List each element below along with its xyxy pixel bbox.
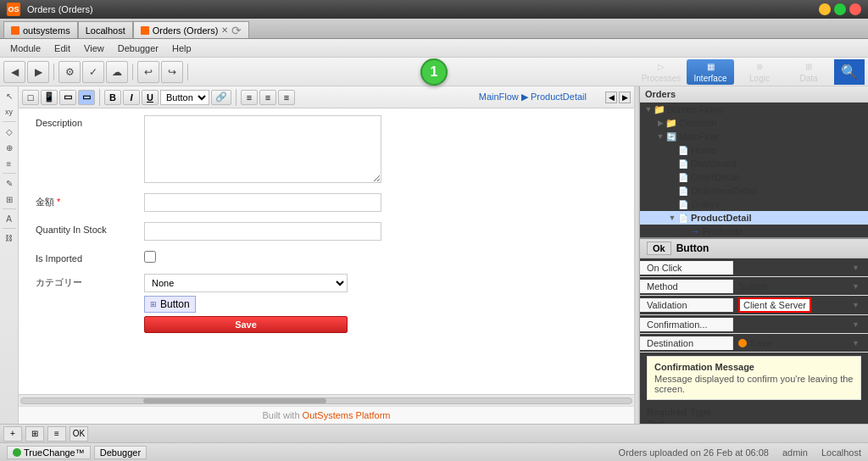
- view-toggle[interactable]: □: [22, 90, 39, 105]
- button-widget[interactable]: ⊞ Button: [144, 296, 196, 313]
- label-category: カテゴリー: [36, 274, 137, 289]
- menu-module[interactable]: Module: [3, 42, 47, 55]
- breadcrumb-arrow: ▶: [521, 92, 531, 102]
- save-button[interactable]: Save: [144, 316, 348, 333]
- input-amount[interactable]: [144, 193, 381, 212]
- sep3: [187, 64, 188, 81]
- grid-view-btn[interactable]: ⊞: [25, 426, 44, 442]
- destination-dropdown[interactable]: ▼: [852, 339, 863, 347]
- checkbox-imported[interactable]: [144, 251, 156, 263]
- prop-label-destination: Destination: [640, 336, 733, 350]
- tab-orders[interactable]: Orders (Orders) ✕ ⟳: [133, 21, 250, 38]
- input-quantity[interactable]: [144, 222, 381, 241]
- tree-item-orderdetail[interactable]: 📄OrderDetail: [640, 170, 868, 184]
- tree-item-productid[interactable]: →ProductId: [640, 225, 868, 237]
- tree-label-dashboard: Dashboard: [691, 158, 737, 169]
- ok-badge[interactable]: Ok: [647, 242, 671, 255]
- left-link-btn[interactable]: ⛓: [2, 230, 17, 246]
- publish-button[interactable]: ☁: [106, 61, 128, 83]
- prop-row-method: Method Submit ▼: [640, 277, 868, 296]
- form-row-description: Description: [36, 115, 617, 183]
- underline-btn[interactable]: U: [142, 90, 159, 105]
- left-widget3[interactable]: ≡: [2, 156, 17, 171]
- align-center[interactable]: ≡: [259, 90, 276, 105]
- menu-edit[interactable]: Edit: [47, 42, 77, 55]
- undo-button[interactable]: ↩: [137, 61, 159, 83]
- add-item-btn[interactable]: +: [3, 426, 22, 442]
- nav-right[interactable]: ▶: [619, 92, 631, 103]
- status-left: TrueChange™ Debugger: [7, 446, 147, 459]
- tab-logic[interactable]: ⊛ Logic: [736, 59, 783, 85]
- toolbar-right-tabs: ▷ Processes ▦ Interface ⊛ Logic ⊞ Data 🔍: [637, 59, 865, 85]
- prop-label-confirmation: Confirmation...: [640, 318, 733, 331]
- confirmation-dropdown[interactable]: ▼: [852, 320, 863, 329]
- horizontal-scrollbar[interactable]: [19, 394, 634, 406]
- nav-left[interactable]: ◀: [605, 92, 617, 103]
- link-format-btn[interactable]: 🔗: [211, 90, 231, 105]
- tree-item-screen-flows[interactable]: ▼📁Screen Flows: [640, 103, 868, 116]
- app-window: OS Orders (Orders) outsystems Localhost …: [0, 0, 868, 461]
- tablet-view[interactable]: ▭: [59, 90, 76, 105]
- left-widget2[interactable]: ⊕: [2, 140, 17, 155]
- platform-link[interactable]: OutSystems Platform: [303, 410, 391, 420]
- list-view-btn[interactable]: ≡: [47, 426, 66, 442]
- minimize-button[interactable]: [819, 3, 831, 15]
- tab-icon-outsystems: [11, 26, 19, 35]
- tree-item-mainflow[interactable]: ▼🔄MainFlow: [640, 130, 868, 143]
- style-select[interactable]: Button Input Label: [160, 90, 209, 105]
- align-right[interactable]: ≡: [278, 90, 295, 105]
- breadcrumb: MainFlow ▶ ProductDetail: [479, 92, 587, 103]
- check-button[interactable]: ✓: [82, 61, 104, 83]
- tooltip-title: Confirmation Message: [654, 362, 854, 372]
- input-description[interactable]: [144, 115, 381, 183]
- breadcrumb-flow[interactable]: MainFlow: [479, 92, 519, 102]
- required-type-section: Required Type Text: [640, 403, 868, 424]
- left-cursor-btn[interactable]: xy: [2, 104, 17, 119]
- breadcrumb-page[interactable]: ProductDetail: [531, 92, 587, 102]
- tab-outsystems[interactable]: outsystems: [3, 21, 78, 38]
- left-tool2[interactable]: ⊞: [2, 192, 17, 207]
- menu-view[interactable]: View: [77, 42, 111, 55]
- tab-close-orders[interactable]: ✕: [221, 25, 228, 35]
- tree-item-orders[interactable]: 📄Orders: [640, 197, 868, 211]
- validation-dropdown[interactable]: ▼: [852, 301, 863, 309]
- bold-btn[interactable]: B: [104, 90, 121, 105]
- tab-data[interactable]: ⊞ Data: [785, 59, 832, 85]
- left-widget1[interactable]: ◇: [2, 124, 17, 139]
- debugger-button[interactable]: Debugger: [94, 446, 147, 459]
- align-left[interactable]: ≡: [241, 90, 258, 105]
- search-button[interactable]: 🔍: [834, 59, 865, 85]
- tab-localhost[interactable]: Localhost: [78, 21, 133, 38]
- ok-btn[interactable]: OK: [70, 426, 88, 442]
- method-dropdown[interactable]: ▼: [852, 282, 863, 291]
- settings-button[interactable]: ⚙: [58, 61, 81, 83]
- prop-value-onclick: ▼: [733, 262, 868, 274]
- phone-view[interactable]: 📱: [41, 90, 58, 105]
- tree-item-dashboard[interactable]: 📄Dashboard: [640, 157, 868, 170]
- tab-interface[interactable]: ▦ Interface: [687, 59, 734, 85]
- tree-content: ▼📁Screen Flows▶📁Common▼🔄MainFlow 📄Home 📄…: [640, 103, 868, 237]
- tree-label-orderdetail: OrderDetail: [691, 172, 738, 182]
- tree-item-common[interactable]: ▶📁Common: [640, 116, 868, 130]
- left-pointer-btn[interactable]: ↖: [2, 88, 17, 103]
- truechange-button[interactable]: TrueChange™: [7, 446, 91, 459]
- tab-processes[interactable]: ▷ Processes: [637, 59, 685, 85]
- forward-button[interactable]: ▶: [27, 61, 49, 83]
- tree-item-productdetail[interactable]: ▼📄ProductDetail: [640, 211, 868, 225]
- prop-title: Button: [676, 242, 709, 254]
- italic-btn[interactable]: I: [123, 90, 140, 105]
- desktop-view[interactable]: ▭: [78, 90, 95, 105]
- back-button[interactable]: ◀: [3, 61, 25, 83]
- maximize-button[interactable]: [834, 3, 846, 15]
- tree-item-home[interactable]: 📄Home: [640, 143, 868, 157]
- tree-item-orderitemdetail[interactable]: 📄OrderItemDetail: [640, 184, 868, 197]
- redo-button[interactable]: ↪: [161, 61, 183, 83]
- menu-help[interactable]: Help: [165, 42, 198, 55]
- menu-debugger[interactable]: Debugger: [111, 42, 165, 55]
- onclick-dropdown[interactable]: ▼: [852, 264, 863, 272]
- left-text-btn[interactable]: A: [2, 211, 17, 226]
- label-quantity: Quantity In Stock: [36, 222, 137, 235]
- left-tool1[interactable]: ✎: [2, 175, 17, 191]
- close-button[interactable]: [849, 3, 861, 15]
- category-select[interactable]: None: [144, 274, 348, 292]
